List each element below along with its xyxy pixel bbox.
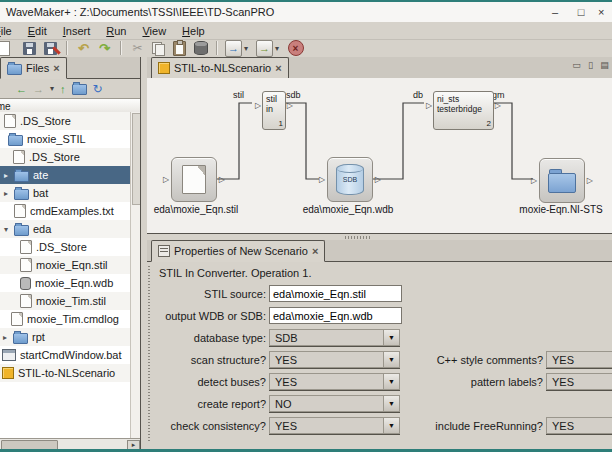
select-value: YES <box>270 376 383 388</box>
run-button[interactable]: → <box>225 40 242 56</box>
tree-item[interactable]: .DS_Store <box>0 148 140 166</box>
up-icon[interactable]: ↑ <box>60 83 66 95</box>
horizontal-scrollbar[interactable]: ▸ <box>0 438 140 449</box>
collapsed-caret-icon[interactable]: ▸ <box>1 333 9 342</box>
tree-item[interactable]: startCmdWindow.bat <box>0 346 140 364</box>
back-icon[interactable]: ← <box>16 83 27 95</box>
database-cylinder-icon: SDB <box>336 164 364 195</box>
collapsed-caret-icon[interactable]: ▸ <box>2 189 10 198</box>
connector-out-icon: ▷ <box>287 101 293 110</box>
run-all-dropdown-caret-icon[interactable]: ▾ <box>275 44 283 53</box>
redo-button[interactable]: ↷ <box>96 40 113 56</box>
properties-tab-close-icon[interactable]: × <box>312 245 318 257</box>
select-value: YES <box>547 420 612 432</box>
pane-list-icon[interactable]: ▤ <box>599 60 610 70</box>
scenario-tab-close-icon[interactable]: × <box>275 62 281 74</box>
tree-item[interactable]: ▸rpt <box>0 328 140 346</box>
dropdown-arrow-icon[interactable]: ▼ <box>383 330 399 345</box>
node-sdb-file[interactable]: ▷ SDB ▷ <box>327 157 373 202</box>
new-button[interactable] <box>0 40 17 56</box>
tree-item[interactable]: .DS_Store <box>0 238 140 256</box>
vertical-scrollbar[interactable] <box>130 112 140 439</box>
tree-item[interactable]: moxie_Tim.cmdlog <box>0 310 140 328</box>
tree-item-label: .DS_Store <box>36 241 87 253</box>
field-label: output WDB or SDB: <box>157 310 266 322</box>
tree-item[interactable]: moxie_STIL <box>0 130 140 148</box>
collapsed-caret-icon[interactable]: ▸ <box>2 171 10 180</box>
node-label: moxie-Eqn.NI-STS <box>506 204 612 215</box>
cut-button[interactable]: ✂ <box>129 40 146 56</box>
run-dropdown-caret-icon[interactable]: ▾ <box>244 44 252 53</box>
menu-run[interactable]: Run <box>98 24 134 38</box>
save-as-button[interactable] <box>42 40 59 56</box>
scenario-canvas[interactable]: stil sdb db pgm ▷ ▷ eda\moxie_Eqn.stil ▷… <box>147 78 612 233</box>
vertical-pane-icon[interactable]: ▯ <box>585 60 596 70</box>
field-label: STIL source: <box>157 288 266 300</box>
save-button[interactable] <box>21 40 38 56</box>
database-button[interactable] <box>192 40 209 56</box>
database-type-select[interactable]: SDB ▼ <box>269 329 400 346</box>
tree-item-label: moxie_Eqn.stil <box>36 259 108 271</box>
close-button[interactable]: × <box>594 2 612 22</box>
detect-buses-select[interactable]: YES ▼ <box>269 373 400 390</box>
undo-button[interactable]: ↶ <box>75 40 92 56</box>
check-consistency-select[interactable]: YES ▼ <box>269 417 400 434</box>
menu-file[interactable]: File <box>0 24 20 38</box>
folder-icon <box>8 135 23 146</box>
dropdown-arrow-icon[interactable]: ▼ <box>383 418 399 433</box>
tree-item[interactable]: .DS_Store <box>0 112 140 130</box>
cut-icon: ✂ <box>132 42 142 55</box>
copy-button[interactable] <box>150 40 167 56</box>
scan-structure-select[interactable]: YES ▼ <box>269 351 400 368</box>
tree-item-label: ate <box>33 169 48 181</box>
menu-edit[interactable]: Edit <box>20 24 55 38</box>
float-pane-icon[interactable]: ▭ <box>571 60 582 70</box>
minimize-button[interactable]: – <box>542 2 568 22</box>
dropdown-arrow-icon[interactable]: ▼ <box>383 396 399 411</box>
stop-button[interactable]: × <box>287 40 304 56</box>
output-wdb-input[interactable] <box>269 307 402 324</box>
menu-insert[interactable]: Insert <box>55 24 99 38</box>
menu-view[interactable]: View <box>134 24 174 38</box>
create-report-select[interactable]: NO ▼ <box>269 395 400 412</box>
files-tab-close-icon[interactable]: × <box>53 62 59 74</box>
node-testerbridge-operation[interactable]: ▷ ni_sts testerbridge 2 ▷ <box>433 91 494 130</box>
expanded-caret-icon[interactable]: ▾ <box>2 225 10 234</box>
tab-stil-to-nlscenario[interactable]: STIL-to-NLScenario × <box>151 57 289 79</box>
tree-item[interactable]: moxie_Tim.stil <box>0 292 140 310</box>
cpp-comments-select[interactable]: YES ▼ <box>546 351 612 368</box>
folder-icon <box>14 225 29 236</box>
tree-item[interactable]: moxie_Eqn.stil <box>0 256 140 274</box>
folder-icon <box>14 189 29 200</box>
run-all-button[interactable]: → <box>256 40 273 56</box>
title-bar[interactable]: WaveMaker+ : Z:\Documents\TSSI\IEEE\TD-S… <box>0 2 612 22</box>
tree-item[interactable]: ▾eda <box>0 220 140 238</box>
tab-properties[interactable]: Properties of New Scenario × <box>151 240 325 262</box>
tree-item[interactable]: ▸bat <box>0 184 140 202</box>
forward-icon[interactable]: → <box>33 83 44 95</box>
dropdown-arrow-icon[interactable]: ▼ <box>383 352 399 367</box>
tree-item[interactable]: cmdExamples.txt <box>0 202 140 220</box>
application-window: WaveMaker+ : Z:\Documents\TSSI\IEEE\TD-S… <box>0 0 612 452</box>
include-freerunning-select[interactable]: YES ▼ <box>546 417 612 434</box>
maximize-button[interactable]: □ <box>568 2 594 22</box>
pattern-labels-select[interactable]: YES ▼ <box>546 373 612 390</box>
form-row: STIL source: <box>157 285 612 302</box>
refresh-icon[interactable]: ↻ <box>93 82 103 96</box>
tree-item[interactable]: STIL-to-NLScenario <box>0 364 140 382</box>
node-stil-in-operation[interactable]: ▷ stil in 1 ▷ <box>262 91 286 130</box>
tab-files[interactable]: Files × <box>0 57 67 79</box>
tree-item-selected[interactable]: ▸ate <box>0 166 140 184</box>
file-tree: .DS_Store moxie_STIL .DS_Store ▸ate ▸bat… <box>0 112 140 439</box>
tree-item[interactable]: moxie_Eqn.wdb <box>0 274 140 292</box>
node-nists-output[interactable]: ▷ ▷ <box>539 158 585 203</box>
menu-help[interactable]: Help <box>174 24 213 38</box>
dropdown-arrow-icon[interactable]: ▼ <box>383 374 399 389</box>
new-folder-icon[interactable] <box>72 84 87 95</box>
panel-grip-icon[interactable] <box>148 266 150 443</box>
node-stil-file[interactable]: ▷ ▷ <box>171 157 217 202</box>
history-caret-icon[interactable]: ▾ <box>50 84 54 93</box>
field-label: database type: <box>157 332 266 344</box>
paste-button[interactable] <box>171 40 188 56</box>
stil-source-input[interactable] <box>269 285 402 302</box>
